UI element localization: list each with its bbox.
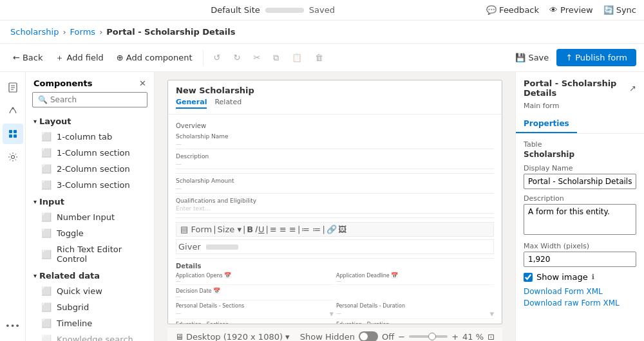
detail-personal-duration: Personal Details - Duration —▾ bbox=[336, 303, 494, 319]
tab-properties[interactable]: Properties bbox=[516, 115, 577, 133]
item-quick-view[interactable]: ⬜ Quick view bbox=[26, 283, 154, 299]
item-number-input[interactable]: ⬜ Number Input bbox=[26, 209, 154, 225]
section-related-header[interactable]: ▾ Related data bbox=[26, 267, 154, 283]
show-image-label: Show image bbox=[536, 272, 588, 282]
zoom-plus[interactable]: + bbox=[451, 332, 459, 342]
feedback-icon: 💬 bbox=[486, 5, 497, 15]
form-tab-general[interactable]: General bbox=[176, 98, 207, 109]
show-hidden-toggle[interactable] bbox=[359, 331, 378, 341]
number-input-icon: ⬜ bbox=[41, 212, 52, 222]
undo-button[interactable]: ↺ bbox=[209, 50, 226, 65]
breadcrumb-scholarship[interactable]: Scholarship bbox=[10, 27, 59, 37]
copy-icon: ⧉ bbox=[273, 53, 279, 63]
display-name-input[interactable] bbox=[524, 174, 636, 189]
redo-icon: ↻ bbox=[234, 53, 241, 62]
feedback-button[interactable]: 💬 Feedback bbox=[486, 5, 539, 15]
zoom-minus[interactable]: − bbox=[398, 332, 405, 342]
timeline-icon: ⬜ bbox=[41, 318, 52, 328]
sync-button[interactable]: 🔄 Sync bbox=[603, 5, 636, 15]
form-details-grid: Application Opens 📅 — Application Deadli… bbox=[176, 272, 494, 324]
item-timeline[interactable]: ⬜ Timeline bbox=[26, 315, 154, 331]
item-1-column-tab[interactable]: ⬜ 1-column tab bbox=[26, 129, 154, 145]
form-tab-related[interactable]: Related bbox=[214, 98, 242, 109]
paste-button[interactable]: 📋 bbox=[287, 50, 307, 65]
main-layout: ••• Components ✕ 🔍 ▾ Layout ⬜ 1-column t… bbox=[0, 72, 644, 341]
publish-form-button[interactable]: ↑ Publish form bbox=[556, 49, 636, 66]
zoom-slider[interactable] bbox=[409, 335, 448, 338]
device-selector[interactable]: 🖥 Desktop (1920 x 1080) ▾ bbox=[175, 332, 290, 342]
form-body: Overview Scholarship Name — Description … bbox=[168, 115, 502, 324]
nav-pages[interactable] bbox=[3, 77, 23, 98]
section-layout-header[interactable]: ▾ Layout bbox=[26, 113, 154, 129]
panel-header: Components ✕ bbox=[26, 72, 154, 92]
item-toggle[interactable]: ⬜ Toggle bbox=[26, 225, 154, 241]
item-3-column-section[interactable]: ⬜ 3-Column section bbox=[26, 177, 154, 193]
breadcrumb-forms[interactable]: Forms bbox=[70, 27, 96, 37]
top-bar-right: 💬 Feedback 👁 Preview 🔄 Sync bbox=[486, 5, 636, 15]
content-area-value bbox=[206, 244, 238, 250]
panel-search-box[interactable]: 🔍 bbox=[32, 92, 147, 107]
table-label: Table bbox=[524, 140, 636, 149]
save-button[interactable]: 💾 Save bbox=[510, 50, 554, 65]
canvas-bottom-bar: 🖥 Desktop (1920 x 1080) ▾ Show Hidden Of… bbox=[167, 327, 502, 341]
redo-button[interactable]: ↻ bbox=[229, 50, 246, 65]
left-nav: ••• bbox=[0, 72, 26, 341]
breadcrumb-current: Portal - Scholarship Details bbox=[106, 27, 235, 37]
add-field-button[interactable]: ＋ Add field bbox=[50, 50, 108, 66]
delete-button[interactable]: 🗑 bbox=[310, 50, 328, 65]
panel-close-icon[interactable]: ✕ bbox=[139, 78, 146, 88]
right-panel-header: Portal - Scholarship Details ↗ bbox=[516, 72, 644, 102]
detail-app-opens: Application Opens 📅 — bbox=[176, 272, 334, 285]
device-chevron: ▾ bbox=[285, 332, 290, 342]
search-input[interactable] bbox=[50, 95, 142, 104]
expand-icon[interactable]: ↗ bbox=[629, 84, 636, 93]
preview-button[interactable]: 👁 Preview bbox=[549, 5, 593, 15]
nav-data[interactable] bbox=[3, 124, 23, 144]
item-rich-text[interactable]: ⬜ Rich Text Editor Control bbox=[26, 241, 154, 267]
calendar-icon-3: 📅 bbox=[213, 288, 220, 294]
copy-button[interactable]: ⧉ bbox=[268, 50, 284, 66]
svg-rect-7 bbox=[9, 134, 12, 138]
nav-setup[interactable] bbox=[3, 147, 23, 167]
rich-text-icon: ⬜ bbox=[41, 250, 52, 259]
show-image-checkbox[interactable] bbox=[524, 273, 533, 282]
section-input-label: Input bbox=[39, 197, 64, 207]
canvas-area[interactable]: New Scholarship General Related Overview… bbox=[155, 72, 515, 341]
detail-education-duration: Education - Duration —▾ bbox=[336, 322, 494, 324]
svg-rect-8 bbox=[14, 134, 17, 138]
sync-icon: 🔄 bbox=[603, 5, 614, 15]
section-input-chevron: ▾ bbox=[33, 198, 37, 205]
field-scholarship-name: Scholarship Name — bbox=[176, 133, 494, 149]
add-component-button[interactable]: ⊕ Add component bbox=[111, 50, 198, 65]
detail-empty bbox=[336, 288, 494, 300]
nav-more[interactable]: ••• bbox=[3, 315, 23, 336]
item-1-column-section[interactable]: ⬜ 1-Column section bbox=[26, 145, 154, 161]
download-form-xml-link[interactable]: Download Form XML bbox=[524, 287, 636, 296]
panel-title: Components bbox=[33, 78, 93, 88]
detail-decision-date: Decision Date 📅 — bbox=[176, 288, 334, 300]
cut-button[interactable]: ✂ bbox=[248, 50, 265, 65]
download-raw-form-xml-link[interactable]: Download raw Form XML bbox=[524, 299, 636, 308]
description-label: Description bbox=[524, 194, 636, 203]
description-textarea[interactable] bbox=[524, 204, 636, 235]
right-panel-subtitle: Main form bbox=[516, 102, 644, 115]
quick-view-icon: ⬜ bbox=[41, 286, 52, 296]
undo-icon: ↺ bbox=[214, 53, 221, 62]
toolbar-align: ≡ ≡ ≡ bbox=[270, 225, 296, 234]
item-subgrid[interactable]: ⬜ Subgrid bbox=[26, 299, 154, 315]
info-icon: ℹ bbox=[592, 273, 594, 281]
display-name-label: Display Name bbox=[524, 164, 636, 172]
toolbar-bold: B bbox=[247, 225, 253, 234]
svg-point-9 bbox=[11, 156, 14, 159]
max-width-input[interactable] bbox=[524, 252, 636, 267]
item-2-column-section[interactable]: ⬜ 2-Column section bbox=[26, 161, 154, 177]
svg-point-4 bbox=[12, 107, 14, 109]
right-panel-title: Portal - Scholarship Details bbox=[524, 78, 629, 98]
section-input-header[interactable]: ▾ Input bbox=[26, 193, 154, 209]
form-canvas: New Scholarship General Related Overview… bbox=[167, 80, 502, 324]
zoom-fit-icon[interactable]: ⊡ bbox=[488, 332, 495, 342]
zoom-knob bbox=[428, 333, 436, 340]
section-layout-chevron: ▾ bbox=[33, 118, 37, 125]
nav-styling[interactable] bbox=[3, 100, 23, 121]
back-button[interactable]: ← Back bbox=[8, 50, 48, 65]
